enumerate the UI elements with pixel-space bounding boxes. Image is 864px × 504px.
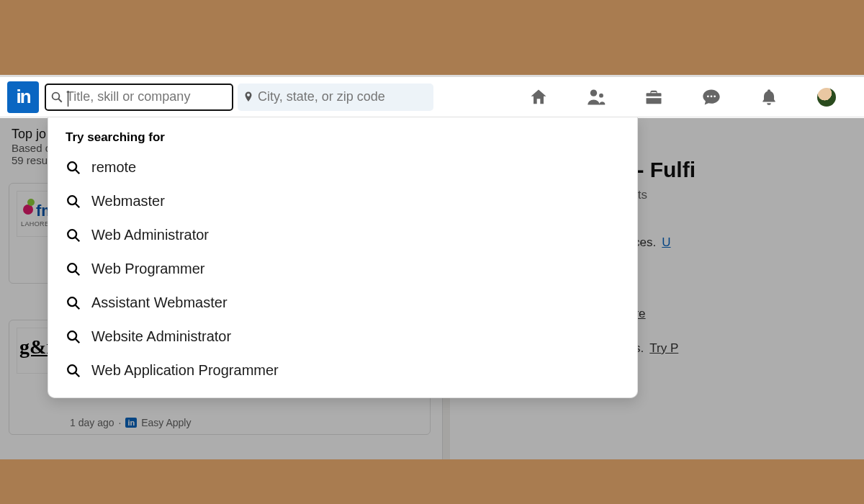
- nav-icons: [510, 77, 855, 117]
- search-title-box[interactable]: [45, 84, 233, 111]
- svg-line-10: [76, 203, 80, 207]
- suggestion-text: Webmaster: [91, 193, 165, 210]
- search-icon: [66, 261, 81, 277]
- avatar-icon: [817, 88, 836, 107]
- svg-line-18: [76, 338, 80, 343]
- search-location-box[interactable]: [238, 84, 433, 111]
- linkedin-logo-text: in: [16, 86, 30, 108]
- top-nav: in: [0, 77, 864, 117]
- nav-jobs[interactable]: [625, 77, 683, 117]
- location-pin-icon: [240, 89, 256, 105]
- suggestions-heading: Try searching for: [66, 130, 630, 145]
- svg-point-5: [711, 95, 713, 97]
- suggestion-item[interactable]: Web Application Programmer: [55, 354, 630, 387]
- search-icon: [66, 228, 81, 243]
- search-icon: [49, 89, 65, 105]
- svg-point-3: [599, 93, 603, 97]
- app-window: in: [0, 77, 864, 459]
- svg-line-14: [76, 271, 80, 275]
- svg-point-13: [68, 264, 76, 272]
- nav-home[interactable]: [510, 77, 567, 117]
- svg-point-19: [68, 365, 76, 374]
- text-caret: [68, 91, 68, 107]
- suggestion-text: Assistant Webmaster: [91, 294, 228, 311]
- search-icon: [66, 194, 81, 210]
- svg-point-0: [53, 92, 60, 99]
- suggestion-item[interactable]: Website Administrator: [55, 320, 630, 354]
- suggestion-text: Web Programmer: [91, 261, 204, 277]
- search-icon: [66, 329, 81, 345]
- nav-messaging[interactable]: [683, 77, 740, 117]
- svg-line-16: [76, 305, 80, 309]
- search-icon: [66, 295, 81, 311]
- suggestion-item[interactable]: Web Programmer: [55, 252, 630, 286]
- suggestion-item[interactable]: Web Administrator: [55, 218, 630, 252]
- svg-line-1: [58, 99, 62, 102]
- svg-point-7: [68, 162, 76, 171]
- suggestion-item[interactable]: Webmaster: [55, 184, 630, 218]
- suggestion-text: Website Administrator: [91, 328, 231, 345]
- svg-line-8: [76, 169, 80, 174]
- search-location-input[interactable]: [256, 89, 429, 105]
- svg-point-15: [68, 297, 76, 306]
- nav-notifications[interactable]: [740, 77, 798, 117]
- search-area: [45, 84, 433, 111]
- svg-line-12: [76, 237, 80, 241]
- linkedin-logo[interactable]: in: [7, 81, 39, 113]
- suggestion-text: remote: [91, 159, 136, 176]
- suggestion-item[interactable]: remote: [55, 150, 630, 184]
- svg-line-20: [76, 372, 80, 377]
- svg-point-9: [68, 196, 76, 204]
- svg-point-17: [68, 331, 76, 340]
- nav-me[interactable]: [798, 77, 855, 117]
- svg-point-11: [68, 230, 76, 238]
- search-icon: [66, 363, 81, 379]
- suggestion-item[interactable]: Assistant Webmaster: [55, 286, 630, 320]
- search-suggestions-dropdown: Try searching for remoteWebmasterWeb Adm…: [48, 117, 638, 398]
- search-icon: [66, 160, 81, 176]
- svg-point-6: [714, 95, 716, 97]
- svg-point-4: [707, 95, 709, 97]
- nav-network[interactable]: [567, 77, 625, 117]
- suggestion-text: Web Application Programmer: [91, 362, 279, 379]
- suggestion-text: Web Administrator: [91, 227, 209, 243]
- svg-point-2: [590, 89, 597, 96]
- search-title-input[interactable]: [65, 89, 228, 105]
